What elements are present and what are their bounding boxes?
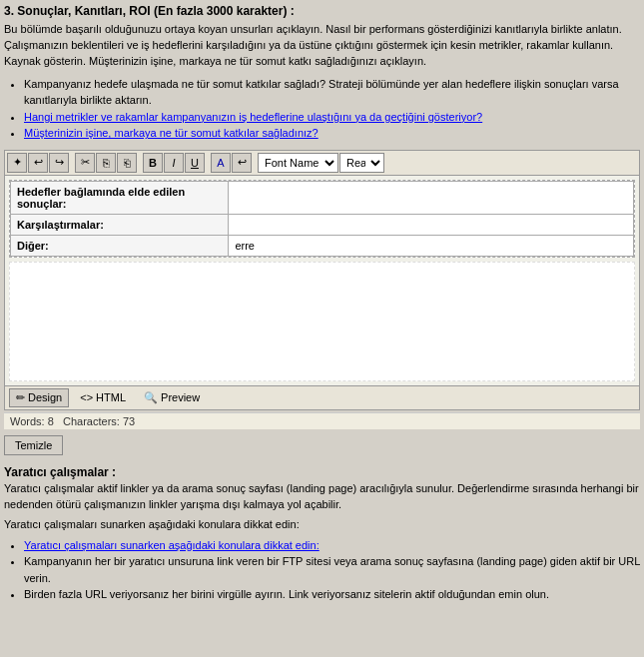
toolbar-undo-btn[interactable]: ↩ [28, 153, 48, 173]
bottom-section-title: Yaratıcı çalışmalar : [4, 465, 640, 479]
table-value-3[interactable]: erre [229, 235, 634, 256]
table-value-1[interactable] [229, 181, 634, 214]
bottom-section-description: Yaratıcı çalışmalar aktif linkler ya da … [4, 481, 640, 513]
tab-html[interactable]: <> HTML [73, 388, 133, 406]
toolbar-cut-btn[interactable]: ✂ [75, 153, 95, 173]
editor-content-area[interactable]: Hedefler bağlamında elde edilen sonuçlar… [5, 180, 639, 381]
toolbar-copy-btn[interactable]: ⎘ [96, 153, 116, 173]
font-name-select[interactable]: Font Name [258, 153, 338, 173]
editor-status-bar: Words: 8 Characters: 73 [4, 412, 640, 429]
editor-tabs: ✏ Design <> HTML 🔍 Preview [5, 385, 639, 409]
toolbar-underline-btn[interactable]: U [185, 153, 205, 173]
section-description: Bu bölümde başarılı olduğunuzu ortaya ko… [4, 22, 640, 70]
bottom-section-subtitle: Yaratıcı çalışmaları sunarken aşağıdaki … [4, 517, 640, 533]
toolbar-redo-btn[interactable]: ↪ [49, 153, 69, 173]
toolbar-special-btn[interactable]: ✦ [7, 153, 27, 173]
toolbar-paste-btn[interactable]: ⎗ [117, 153, 137, 173]
bullet-item-2: Hangi metrikler ve rakamlar kampanyanızı… [24, 109, 640, 126]
font-size-select[interactable]: Rea... [339, 153, 384, 173]
bullet-item-3: Müşterinizin işine, markaya ne tür somut… [24, 125, 640, 142]
bullet-list: Kampanyanız hedefe ulaşmada ne tür somut… [24, 76, 640, 142]
toolbar-bold-btn[interactable]: B [143, 153, 163, 173]
editor-toolbar: ✦ ↩ ↪ ✂ ⎘ ⎗ B I U A ↩ Font Name Rea... [5, 151, 639, 176]
toolbar-link-btn[interactable]: ↩ [232, 153, 252, 173]
editor-content[interactable]: Hedefler bağlamında elde edilen sonuçlar… [9, 180, 635, 258]
rich-text-editor: ✦ ↩ ↪ ✂ ⎘ ⎗ B I U A ↩ Font Name Rea... [4, 150, 640, 410]
table-row: Hedefler bağlamında elde edilen sonuçlar… [11, 181, 634, 214]
toolbar-italic-btn[interactable]: I [164, 153, 184, 173]
page-container: 3. Sonuçlar, Kanıtları, ROI (En fazla 30… [0, 0, 644, 657]
table-label-1: Hedefler bağlamında elde edilen sonuçlar… [11, 181, 229, 214]
preview-icon: 🔍 [144, 391, 158, 404]
editor-table: Hedefler bağlamında elde edilen sonuçlar… [10, 181, 634, 257]
toolbar-color-btn[interactable]: A [211, 153, 231, 173]
tab-design[interactable]: ✏ Design [9, 388, 69, 407]
bottom-section: Yaratıcı çalışmalar : Yaratıcı çalışmala… [4, 465, 640, 603]
editor-empty-area[interactable] [9, 262, 635, 381]
table-label-3: Diğer: [11, 235, 229, 256]
table-label-2: Karşılaştırmalar: [11, 214, 229, 235]
bottom-bullet-3: Birden fazla URL veriyorsanız her birini… [24, 586, 640, 603]
bottom-bullet-list: Yaratıcı çalışmaları sunarken aşağıdaki … [24, 537, 640, 603]
section-title: 3. Sonuçlar, Kanıtları, ROI (En fazla 30… [4, 4, 640, 18]
table-row: Diğer: erre [11, 235, 634, 256]
bullet-item-1: Kampanyanız hedefe ulaşmada ne tür somut… [24, 76, 640, 109]
toolbar-sep-3 [206, 153, 210, 173]
design-icon: ✏ [16, 391, 25, 404]
toolbar-sep-2 [138, 153, 142, 173]
html-icon: <> [80, 391, 93, 403]
bottom-bullet-2: Kampanyanın her bir yaratıcı unsuruna li… [24, 553, 640, 586]
table-value-2[interactable] [229, 214, 634, 235]
temizle-button[interactable]: Temizle [4, 435, 63, 455]
table-row: Karşılaştırmalar: [11, 214, 634, 235]
bottom-bullet-1: Yaratıcı çalışmaları sunarken aşağıdaki … [24, 537, 640, 554]
tab-preview[interactable]: 🔍 Preview [137, 388, 207, 407]
toolbar-sep-4 [253, 153, 257, 173]
toolbar-sep-1 [70, 153, 74, 173]
